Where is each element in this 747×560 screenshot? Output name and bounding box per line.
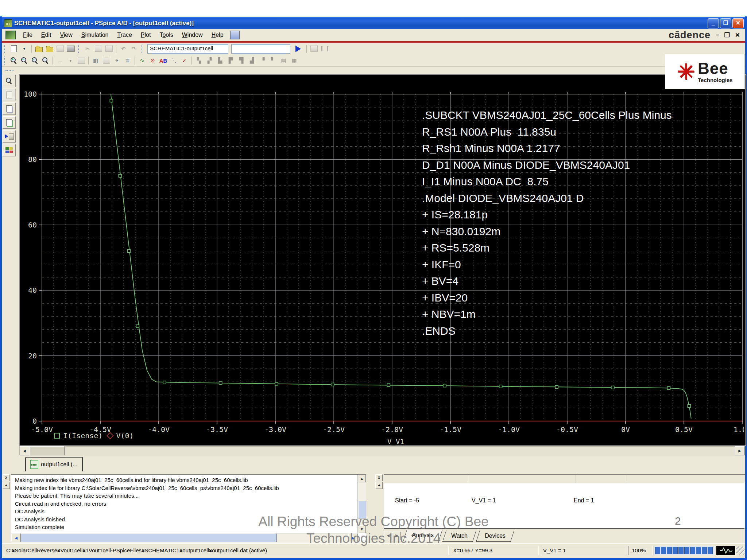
cursor-prev-transition-button: ▘	[268, 56, 278, 65]
toolbar-grip[interactable]	[5, 70, 13, 73]
standard-toolbar: ▼ ✂ ↶ ↷ SCHEMATIC1-output1cell	[2, 43, 745, 55]
toolbar-grip[interactable]	[142, 45, 144, 53]
run-profile-combo[interactable]	[231, 44, 290, 54]
add-text-button[interactable]: ≣	[123, 56, 132, 65]
bottom-dock-area: x ◂ Making new index file vbms240aj01_25…	[2, 471, 745, 543]
app-icon	[4, 19, 12, 27]
scrollbar-thumb[interactable]	[358, 501, 366, 518]
log-panel-dock-controls: x ◂	[2, 474, 11, 489]
scroll-right-button[interactable]: ▶	[348, 533, 358, 542]
svg-text:-0.5V: -0.5V	[556, 425, 578, 434]
cut-button: ✂	[83, 44, 93, 53]
menu-window[interactable]: Window	[178, 30, 207, 40]
svg-text:-3.0V: -3.0V	[264, 425, 286, 434]
legend-label: V(0)	[116, 431, 133, 440]
legend-item-iisense[interactable]: I(Isense)	[54, 431, 102, 440]
menu-tools[interactable]: Tools	[155, 30, 177, 40]
toggle-cursor-button[interactable]: ⌖	[112, 56, 122, 65]
svg-text:100: 100	[24, 90, 37, 98]
menu-view[interactable]: View	[55, 30, 77, 40]
append-file-button[interactable]	[44, 44, 54, 53]
close-sim-panel-button[interactable]: x	[375, 474, 383, 481]
simulation-progress-bar	[654, 546, 715, 555]
forward-arrow-button: →	[55, 56, 65, 65]
tab-label: output1cell (...	[41, 461, 78, 468]
simulation-queue-button[interactable]	[3, 75, 16, 87]
view-output-file-button[interactable]	[3, 102, 16, 115]
scroll-left-button[interactable]: ◀	[11, 533, 21, 542]
minimize-button[interactable]: _	[708, 18, 719, 28]
toolbar-grip[interactable]	[78, 45, 80, 53]
evaluate-function-button[interactable]: AB	[158, 56, 168, 65]
collapse-log-panel-button[interactable]: ◂	[3, 482, 10, 489]
open-file-button[interactable]	[34, 44, 44, 53]
view-simulation-results-button[interactable]	[3, 89, 16, 101]
title-bar[interactable]: SCHEMATIC1-output1cell - PSpice A/D - [o…	[2, 17, 745, 29]
log-vertical-scrollbar[interactable]: ▲ ▼	[357, 475, 366, 533]
simulation-status-panel: Start = -5 V_V1 = 1 End = 1	[384, 474, 745, 528]
toolbar-grip[interactable]	[4, 45, 6, 53]
zoom-out-button[interactable]: −	[19, 56, 29, 65]
add-plot-button[interactable]: ▥	[91, 56, 101, 65]
new-file-dropdown[interactable]: ▼	[19, 44, 29, 53]
legend-item-v0[interactable]: V(0)	[108, 431, 133, 440]
mark-data-points-button[interactable]: ⋱	[169, 56, 179, 65]
menu-trace[interactable]: Trace	[113, 30, 136, 40]
scroll-left-button[interactable]: ◀	[20, 446, 29, 455]
svg-text:-5.0V: -5.0V	[31, 425, 53, 434]
close-log-panel-button[interactable]: x	[3, 474, 10, 481]
sim-tab-devices[interactable]: Devices	[476, 530, 514, 542]
log-horizontal-scrollbar[interactable]: ◀ ▶	[11, 533, 358, 542]
log-line: Simulation complete	[15, 523, 343, 531]
mdi-restore-button[interactable]: ❐	[724, 31, 730, 39]
square-marker-icon	[54, 433, 60, 439]
resize-grip[interactable]	[736, 547, 744, 555]
print-button[interactable]	[66, 44, 76, 53]
mdi-close-button[interactable]: ✕	[735, 31, 740, 39]
scrollbar-thumb[interactable]	[21, 533, 277, 542]
document-icon[interactable]	[5, 31, 16, 39]
sim-tab-analysis[interactable]: Analysis	[403, 530, 442, 541]
trace-legend: I(Isense)V(0)	[54, 431, 134, 440]
zoom-in-button[interactable]: +	[9, 56, 19, 65]
simulation-profile-combo[interactable]: SCHEMATIC1-output1cell	[147, 44, 228, 54]
tile-windows-button[interactable]	[3, 144, 16, 156]
menu-help[interactable]: Help	[207, 30, 228, 40]
toolbar-grip[interactable]	[4, 57, 6, 65]
schematic-window-icon[interactable]	[230, 31, 240, 39]
tab-scroll-left-button[interactable]: ◀	[384, 532, 392, 540]
delete-trace-button[interactable]: ⊘	[148, 56, 158, 65]
run-simulation-button[interactable]	[295, 46, 301, 52]
scroll-down-button[interactable]: ▼	[358, 525, 366, 533]
scroll-right-button[interactable]: ▶	[735, 446, 744, 455]
sim-tabs: AnalysisWatchDevices	[401, 530, 512, 542]
menu-bar: FileEditViewSimulationTracePlotToolsWind…	[2, 29, 745, 41]
scrollbar-thumb[interactable]	[29, 446, 65, 455]
maximize-button[interactable]: ❐	[720, 18, 731, 28]
svg-text:0.5V: 0.5V	[675, 425, 693, 434]
svg-text:-1.0V: -1.0V	[498, 425, 520, 434]
svg-text:-4.0V: -4.0V	[148, 425, 170, 434]
scroll-up-button[interactable]: ▲	[358, 475, 366, 482]
menu-file[interactable]: File	[19, 30, 37, 40]
plot-horizontal-scrollbar[interactable]: ◀ ▶	[19, 446, 745, 455]
menu-simulation[interactable]: Simulation	[77, 30, 113, 40]
cursor-slope-button: ▞	[205, 56, 214, 65]
view-circuit-file-button[interactable]	[3, 116, 16, 129]
tab-output1cell[interactable]: output1cell (...	[25, 457, 83, 471]
bee-name: Bee	[698, 61, 733, 77]
cursor-peak-button[interactable]: ✓	[179, 56, 189, 65]
collapse-sim-panel-button[interactable]: ◂	[375, 482, 383, 489]
mdi-minimize-button[interactable]: –	[716, 31, 719, 39]
sim-header-cell	[384, 475, 467, 483]
close-button[interactable]: ✕	[732, 18, 744, 28]
new-file-button[interactable]	[9, 44, 19, 53]
zoom-area-button[interactable]: ▫	[30, 56, 40, 65]
tab-scroll-right-button[interactable]: ▶	[393, 532, 401, 540]
zoom-fit-button[interactable]	[40, 56, 50, 65]
add-trace-button[interactable]: ∿	[137, 56, 147, 65]
menu-plot[interactable]: Plot	[136, 30, 155, 40]
menu-edit[interactable]: Edit	[37, 30, 56, 40]
view-simulation-messages-button[interactable]	[3, 130, 16, 143]
sim-tab-watch[interactable]: Watch	[442, 530, 476, 542]
